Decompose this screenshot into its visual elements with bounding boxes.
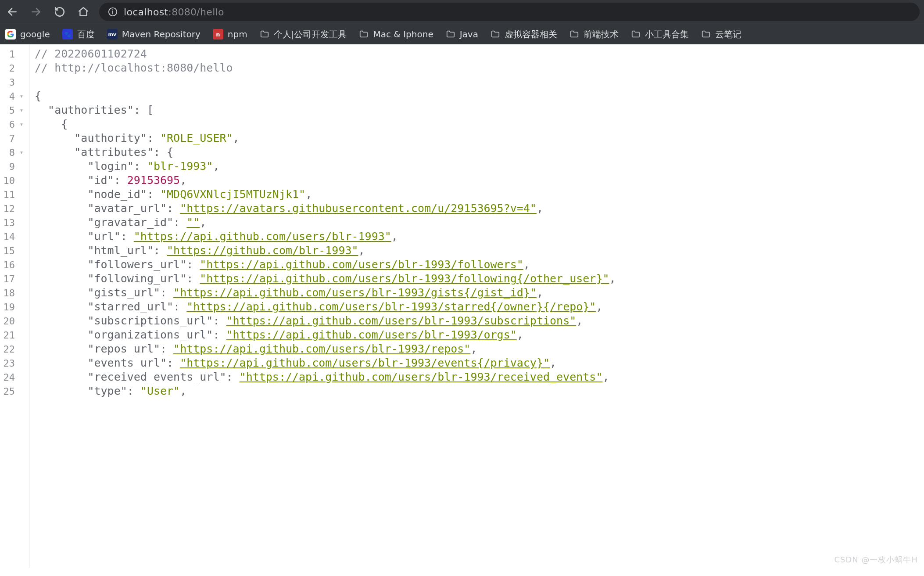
bookmark-label: 前端技术 (584, 29, 619, 40)
json-link[interactable]: "https://api.github.com/users/blr-1993/f… (200, 258, 523, 271)
folder-icon (260, 29, 269, 39)
json-link[interactable]: "https://api.github.com/users/blr-1993/o… (226, 328, 517, 341)
bookmark-google[interactable]: google (5, 29, 50, 40)
address-bar[interactable]: localhost:8080/hello (99, 3, 920, 21)
json-link[interactable]: "https://api.github.com/users/blr-1993/f… (200, 272, 609, 285)
line-number[interactable]: 8▾ (0, 145, 29, 159)
bookmark-label: 小工具合集 (645, 29, 689, 40)
fold-icon: ▾ (18, 120, 25, 128)
line-number: 17 (0, 272, 29, 286)
line-number: 19 (0, 300, 29, 314)
code-content: // 20220601102724 // http://localhost:80… (29, 44, 616, 568)
bookmark-label: Java (460, 29, 478, 40)
folder-icon (631, 29, 641, 39)
json-link[interactable]: "" (186, 216, 200, 229)
folder-icon (701, 29, 711, 39)
line-number[interactable]: 6▾ (0, 117, 29, 131)
json-link[interactable]: "https://api.github.com/users/blr-1993/e… (180, 356, 550, 369)
line-number[interactable]: 4▾ (0, 89, 29, 103)
json-link[interactable]: "https://avatars.githubusercontent.com/u… (180, 202, 537, 215)
google-icon (5, 29, 16, 40)
reload-button[interactable] (52, 4, 68, 20)
bookmark-label: Mac & Iphone (373, 29, 433, 40)
line-number: 2 (0, 61, 29, 75)
watermark-text: CSDN @一枚小蜗牛H (834, 554, 918, 565)
bookmark-baidu[interactable]: 🐾 百度 (62, 29, 95, 40)
bookmark-folder-tools[interactable]: 小工具合集 (631, 29, 689, 40)
json-viewer: 1 2 3 4▾ 5▾ 6▾ 7 8▾ 9 10 11 12 13 14 15 … (0, 44, 924, 568)
bookmarks-bar: google 🐾 百度 mv Maven Repository n npm 个人… (0, 24, 924, 44)
line-number: 15 (0, 244, 29, 258)
line-number: 13 (0, 216, 29, 230)
home-button[interactable] (75, 4, 91, 20)
json-link[interactable]: "https://api.github.com/users/blr-1993/r… (173, 342, 470, 355)
bookmark-maven[interactable]: mv Maven Repository (107, 29, 201, 40)
json-link[interactable]: "https://api.github.com/users/blr-1993/r… (240, 371, 603, 383)
folder-icon (359, 29, 369, 39)
bookmark-label: npm (228, 29, 247, 40)
forward-button[interactable] (28, 4, 44, 20)
bookmark-folder-personal[interactable]: 个人|公司开发工具 (260, 29, 347, 40)
line-number: 14 (0, 230, 29, 244)
line-number: 3 (0, 75, 29, 89)
url-text: localhost:8080/hello (124, 7, 224, 18)
bookmark-label: 云笔记 (715, 29, 741, 40)
line-number: 18 (0, 286, 29, 300)
line-number: 1 (0, 47, 29, 61)
line-number: 24 (0, 370, 29, 384)
bookmark-folder-container[interactable]: 虚拟容器相关 (491, 29, 557, 40)
line-number: 12 (0, 202, 29, 216)
fold-icon: ▾ (18, 106, 25, 114)
json-link[interactable]: "https://api.github.com/users/blr-1993/g… (173, 286, 537, 299)
line-number: 20 (0, 314, 29, 328)
line-number: 25 (0, 384, 29, 398)
baidu-icon: 🐾 (62, 29, 73, 40)
bookmark-npm[interactable]: n npm (213, 29, 247, 40)
back-button[interactable] (4, 4, 20, 20)
line-number: 10 (0, 173, 29, 187)
folder-icon (569, 29, 579, 39)
bookmark-folder-java[interactable]: Java (446, 29, 478, 40)
folder-icon (446, 29, 455, 39)
svg-point-4 (112, 9, 113, 10)
bookmark-label: 百度 (77, 29, 95, 40)
folder-icon (491, 29, 500, 39)
json-link[interactable]: "https://github.com/blr-1993" (167, 244, 358, 257)
line-number: 16 (0, 258, 29, 272)
line-number: 11 (0, 187, 29, 202)
json-link[interactable]: "https://api.github.com/users/blr-1993" (134, 230, 391, 243)
browser-toolbar: localhost:8080/hello (0, 0, 924, 24)
bookmark-label: Maven Repository (122, 29, 201, 40)
site-info-icon[interactable] (108, 7, 118, 17)
line-gutter: 1 2 3 4▾ 5▾ 6▾ 7 8▾ 9 10 11 12 13 14 15 … (0, 44, 29, 568)
line-number: 7 (0, 131, 29, 145)
bookmark-folder-mac[interactable]: Mac & Iphone (359, 29, 433, 40)
bookmark-folder-notes[interactable]: 云笔记 (701, 29, 741, 40)
json-link[interactable]: "https://api.github.com/users/blr-1993/s… (226, 314, 577, 327)
line-number[interactable]: 5▾ (0, 103, 29, 117)
maven-icon: mv (107, 29, 118, 40)
bookmark-folder-frontend[interactable]: 前端技术 (569, 29, 619, 40)
bookmark-label: 虚拟容器相关 (505, 29, 557, 40)
json-link[interactable]: "https://api.github.com/users/blr-1993/s… (186, 300, 596, 313)
bookmark-label: 个人|公司开发工具 (274, 29, 347, 40)
npm-icon: n (213, 29, 223, 40)
line-number: 22 (0, 342, 29, 356)
line-number: 9 (0, 159, 29, 173)
fold-icon: ▾ (18, 92, 25, 100)
fold-icon: ▾ (18, 148, 25, 156)
bookmark-label: google (20, 29, 50, 40)
line-number: 23 (0, 356, 29, 370)
line-number: 21 (0, 328, 29, 342)
